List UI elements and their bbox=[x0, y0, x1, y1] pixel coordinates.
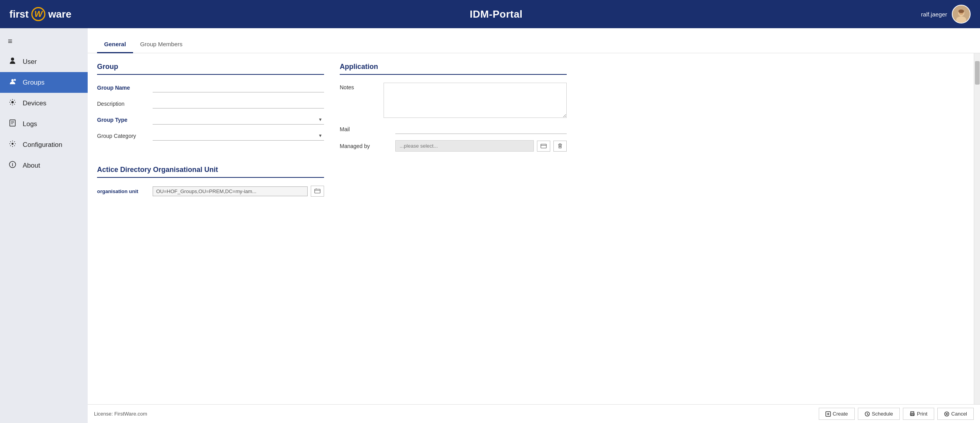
ou-value-text: OU=HOF_Groups,OU=PREM,DC=my-iam... bbox=[156, 188, 304, 194]
configuration-icon bbox=[8, 140, 17, 150]
group-category-label: Group Category bbox=[97, 133, 148, 139]
ou-display: OU=HOF_Groups,OU=PREM,DC=my-iam... bbox=[153, 186, 308, 196]
ou-label: organisation unit bbox=[97, 188, 148, 194]
managed-by-browse-button[interactable] bbox=[537, 141, 550, 152]
mail-input[interactable] bbox=[395, 124, 567, 134]
ou-browse-button[interactable] bbox=[311, 186, 324, 197]
main-layout: ≡ User Groups bbox=[0, 28, 980, 423]
description-label: Description bbox=[97, 101, 148, 107]
tab-group-members[interactable]: Group Members bbox=[133, 36, 189, 53]
browse-icon bbox=[314, 188, 321, 194]
group-name-input[interactable] bbox=[153, 83, 324, 92]
sidebar-devices-label: Devices bbox=[23, 99, 46, 107]
sidebar-item-groups[interactable]: Groups bbox=[0, 72, 88, 93]
notes-label: Notes bbox=[340, 83, 379, 90]
svg-point-2 bbox=[956, 16, 966, 24]
sidebar-configuration-label: Configuration bbox=[23, 141, 62, 149]
ou-input-area: OU=HOF_Groups,OU=PREM,DC=my-iam... bbox=[153, 186, 324, 197]
sidebar: ≡ User Groups bbox=[0, 28, 88, 423]
managed-by-clear-button[interactable] bbox=[553, 141, 567, 152]
header: first W ware IDM-Portal ralf.jaeger bbox=[0, 0, 980, 28]
avatar bbox=[952, 5, 971, 24]
sidebar-item-about[interactable]: About bbox=[0, 155, 88, 176]
group-type-label: Group Type bbox=[97, 117, 148, 123]
logo-w-circle: W bbox=[31, 7, 45, 21]
footer-bar: License: FirstWare.com Create Schedule bbox=[88, 404, 980, 423]
svg-point-6 bbox=[11, 101, 14, 103]
print-button[interactable]: Print bbox=[903, 408, 934, 420]
schedule-button[interactable]: Schedule bbox=[858, 408, 900, 420]
description-input[interactable] bbox=[153, 99, 324, 108]
mail-label: Mail bbox=[340, 126, 391, 132]
svg-rect-11 bbox=[541, 144, 546, 148]
sidebar-about-label: About bbox=[23, 162, 40, 170]
action-buttons: Create Schedule Print bbox=[819, 408, 974, 420]
group-category-select-wrapper: Global Domain Local Universal ▼ bbox=[153, 131, 324, 141]
scrollbar[interactable] bbox=[974, 53, 980, 404]
trash-icon bbox=[557, 143, 563, 149]
application-section-title: Application bbox=[340, 63, 567, 75]
sidebar-groups-label: Groups bbox=[23, 79, 45, 87]
managed-by-row: Managed by bbox=[340, 140, 567, 152]
cancel-icon bbox=[944, 411, 949, 417]
user-info: ralf.jaeger bbox=[921, 5, 971, 24]
print-icon bbox=[910, 411, 915, 417]
scrollbar-thumb bbox=[975, 61, 980, 85]
svg-point-8 bbox=[12, 143, 14, 145]
form-left-column: Group Group Name Description Group Type bbox=[97, 63, 324, 404]
managed-by-input-area bbox=[395, 140, 567, 152]
group-type-row: Group Type Security Distribution ▼ bbox=[97, 115, 324, 125]
svg-point-5 bbox=[14, 79, 16, 81]
group-name-label: Group Name bbox=[97, 85, 148, 91]
sidebar-item-configuration[interactable]: Configuration bbox=[0, 134, 88, 155]
group-category-row: Group Category Global Domain Local Unive… bbox=[97, 131, 324, 141]
managed-by-input[interactable] bbox=[395, 140, 534, 152]
svg-point-4 bbox=[958, 9, 964, 13]
form-right-column: Application Notes Mail Managed by bbox=[340, 63, 567, 404]
create-button[interactable]: Create bbox=[819, 408, 855, 420]
managed-by-browse-icon bbox=[540, 143, 547, 149]
sidebar-user-label: User bbox=[23, 58, 37, 66]
notes-row: Notes bbox=[340, 83, 567, 118]
form-area: Group Group Name Description Group Type bbox=[88, 53, 974, 404]
sidebar-logs-label: Logs bbox=[23, 120, 37, 128]
group-category-select[interactable]: Global Domain Local Universal bbox=[153, 131, 324, 140]
managed-by-label: Managed by bbox=[340, 143, 391, 149]
mail-row: Mail bbox=[340, 124, 567, 134]
about-icon bbox=[8, 161, 17, 170]
tab-general[interactable]: General bbox=[97, 36, 133, 53]
sidebar-item-logs[interactable]: Logs bbox=[0, 114, 88, 134]
content-area: General Group Members Group Group Name D… bbox=[88, 28, 980, 423]
create-icon bbox=[825, 411, 831, 417]
svg-rect-10 bbox=[315, 189, 320, 193]
ou-row: organisation unit OU=HOF_Groups,OU=PREM,… bbox=[97, 186, 324, 197]
schedule-icon bbox=[865, 411, 870, 417]
ou-section-title: Actice Directory Organisational Unit bbox=[97, 166, 324, 178]
notes-textarea[interactable] bbox=[384, 83, 567, 118]
license-text: License: FirstWare.com bbox=[94, 411, 147, 417]
logo-first: first bbox=[9, 8, 29, 20]
group-type-select[interactable]: Security Distribution bbox=[153, 115, 324, 124]
sidebar-item-devices[interactable]: Devices bbox=[0, 93, 88, 114]
tabs-container: General Group Members bbox=[88, 36, 980, 53]
cancel-button[interactable]: Cancel bbox=[937, 408, 974, 420]
page-title: IDM-Portal bbox=[470, 8, 522, 20]
sidebar-item-user[interactable]: User bbox=[0, 51, 88, 72]
logo: first W ware bbox=[9, 7, 71, 21]
username-display: ralf.jaeger bbox=[921, 11, 947, 18]
hamburger-menu-button[interactable]: ≡ bbox=[0, 31, 88, 51]
logs-icon bbox=[8, 119, 17, 129]
devices-icon bbox=[8, 98, 17, 108]
groups-icon bbox=[8, 78, 17, 87]
svg-rect-7 bbox=[10, 120, 15, 126]
logo-ware: ware bbox=[48, 8, 71, 20]
group-name-row: Group Name bbox=[97, 83, 324, 92]
description-row: Description bbox=[97, 99, 324, 108]
group-type-select-wrapper: Security Distribution ▼ bbox=[153, 115, 324, 125]
svg-rect-16 bbox=[911, 414, 913, 416]
user-icon bbox=[8, 57, 17, 67]
group-section-title: Group bbox=[97, 63, 324, 75]
